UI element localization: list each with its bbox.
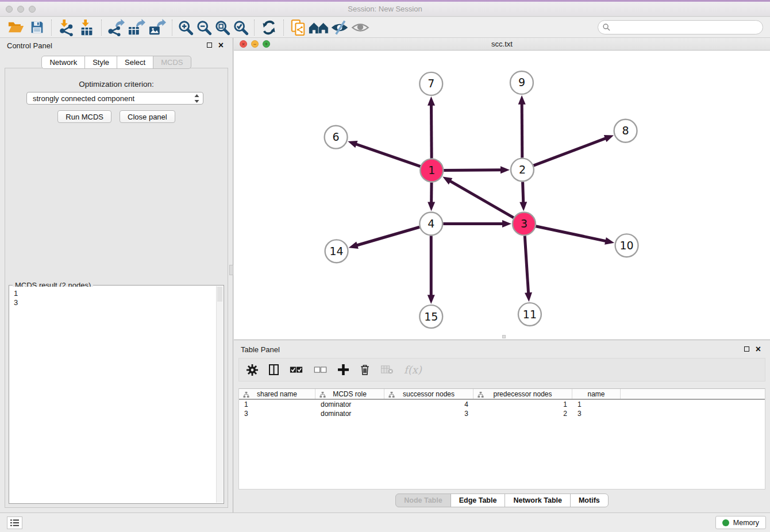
float-table-panel-icon[interactable] — [744, 346, 749, 352]
graph-edge-3-1[interactable] — [449, 181, 513, 218]
close-panel-button[interactable]: Close panel — [120, 110, 175, 123]
network-close-button[interactable]: × — [240, 40, 247, 48]
graph-edge-2-8[interactable] — [534, 138, 606, 165]
tab-style[interactable]: Style — [84, 56, 117, 69]
clone-network-button[interactable] — [288, 18, 309, 37]
toolbar-separator — [172, 20, 172, 36]
import-network-button[interactable] — [56, 18, 76, 37]
control-panel: Control Panel × NetworkStyleSelectMCDS O… — [0, 38, 233, 512]
show-columns-button[interactable] — [269, 364, 279, 375]
tab-network-table[interactable]: Network Table — [505, 494, 571, 507]
network-overview-button[interactable] — [309, 18, 329, 37]
tab-select[interactable]: Select — [117, 56, 153, 69]
result-scrollbar-thumb[interactable] — [217, 287, 222, 302]
zoom-selected-button[interactable] — [232, 18, 250, 37]
tab-edge-table[interactable]: Edge Table — [451, 494, 506, 507]
save-session-button[interactable] — [26, 18, 47, 37]
table-settings-button[interactable] — [247, 364, 258, 376]
list-icon — [10, 519, 19, 526]
close-window-button[interactable] — [6, 6, 13, 13]
graph-edge-2-9[interactable] — [522, 103, 522, 158]
titlebar: Session: New Session — [0, 2, 770, 17]
delete-table-button[interactable] — [381, 365, 393, 374]
column-header-successor-nodes[interactable]: successor nodes — [384, 389, 473, 399]
graph-edge-3-11[interactable] — [525, 236, 528, 294]
close-table-panel-icon[interactable]: × — [756, 346, 761, 352]
minimize-window-button[interactable] — [17, 6, 24, 13]
zoom-in-button[interactable] — [176, 18, 195, 37]
table-cell: 2 — [473, 410, 572, 418]
show-detail-button[interactable] — [350, 18, 371, 37]
result-line: 3 — [14, 298, 215, 307]
memory-button[interactable]: Memory — [715, 516, 766, 529]
column-header-name[interactable]: name — [572, 389, 621, 399]
result-line: 1 — [14, 289, 215, 298]
task-history-button[interactable] — [7, 516, 22, 529]
table-cell: 1 — [239, 400, 315, 408]
add-column-button[interactable] — [338, 364, 349, 375]
network-maximize-button[interactable]: + — [263, 40, 270, 48]
deselect-all-columns-button[interactable] — [314, 367, 327, 373]
hide-detail-button[interactable] — [329, 18, 350, 37]
tab-node-table[interactable]: Node Table — [395, 494, 451, 507]
window-title: Session: New Session — [0, 2, 770, 16]
control-panel-tabs: NetworkStyleSelectMCDS — [0, 56, 233, 69]
graph-edge-2-3[interactable] — [523, 182, 523, 203]
tab-mcds[interactable]: MCDS — [153, 56, 191, 69]
zoom-out-button[interactable] — [195, 18, 213, 37]
import-network-icon — [57, 19, 75, 36]
zoom-selected-icon — [233, 20, 249, 36]
zoom-window-button[interactable] — [29, 6, 36, 13]
graph-node-label: 10 — [620, 239, 634, 252]
table-row[interactable]: 1dominator411 — [239, 400, 765, 409]
table-panel-title: Table Panel — [241, 345, 280, 354]
result-scrollbar[interactable] — [216, 286, 223, 503]
network-resize-handle[interactable] — [502, 335, 506, 338]
tab-network[interactable]: Network — [41, 56, 85, 69]
panel-divider-grip[interactable] — [229, 265, 233, 275]
export-image-button[interactable] — [147, 18, 168, 37]
export-network-button[interactable] — [106, 18, 126, 37]
graph-edge-1-6[interactable] — [356, 144, 421, 166]
network-canvas[interactable]: 7968124314101511 — [234, 51, 770, 340]
attribute-tree-icon — [319, 391, 326, 400]
zoom-fit-button[interactable] — [213, 18, 232, 37]
graph-edge-4-14[interactable] — [356, 227, 419, 245]
export-table-button[interactable] — [126, 18, 147, 37]
zoom-out-icon — [196, 20, 212, 36]
network-minimize-button[interactable]: − — [251, 40, 259, 48]
network-view-window: × − + scc.txt 7968124314101511 — [234, 38, 770, 340]
open-session-button[interactable] — [6, 18, 26, 37]
import-table-button[interactable] — [76, 18, 97, 37]
table-cell: 3 — [239, 410, 315, 418]
function-builder-button[interactable]: f(x) — [404, 364, 422, 376]
graph-edge-arrow — [442, 177, 452, 185]
select-all-columns-button[interactable] — [290, 367, 303, 373]
table-cell: 1 — [572, 400, 621, 408]
graph-edge-arrow — [518, 95, 526, 105]
graph-edge-arrow — [500, 166, 510, 174]
refresh-layout-button[interactable] — [259, 18, 279, 37]
graph-edge-arrow — [428, 97, 435, 106]
graph-edge-3-10[interactable] — [536, 226, 606, 241]
graph-edge-1-2[interactable] — [444, 170, 502, 171]
search-box — [598, 20, 763, 34]
mcds-result-text[interactable]: 13 — [10, 287, 215, 503]
optimization-select[interactable]: strongly connected component — [26, 92, 203, 105]
graph-node-label: 7 — [428, 77, 434, 90]
column-header-shared-name[interactable]: shared name — [239, 389, 315, 399]
graph-edge-arrow — [349, 241, 359, 248]
network-window-titlebar: × − + scc.txt — [234, 38, 770, 51]
attribute-tree-icon — [243, 391, 249, 400]
column-header-predecessor-nodes[interactable]: predecessor nodes — [473, 389, 572, 399]
search-input[interactable] — [598, 20, 763, 34]
close-panel-icon[interactable]: × — [218, 42, 224, 48]
control-panel-title: Control Panel — [7, 41, 52, 50]
graph-edge-1-7[interactable] — [431, 105, 432, 159]
float-panel-icon[interactable] — [207, 43, 212, 48]
tab-motifs[interactable]: Motifs — [570, 494, 609, 507]
delete-column-button[interactable] — [360, 364, 370, 376]
column-header-mcds-role[interactable]: MCDS role — [315, 389, 384, 399]
run-mcds-button[interactable]: Run MCDS — [57, 110, 111, 123]
table-row[interactable]: 3dominator323 — [239, 409, 765, 418]
